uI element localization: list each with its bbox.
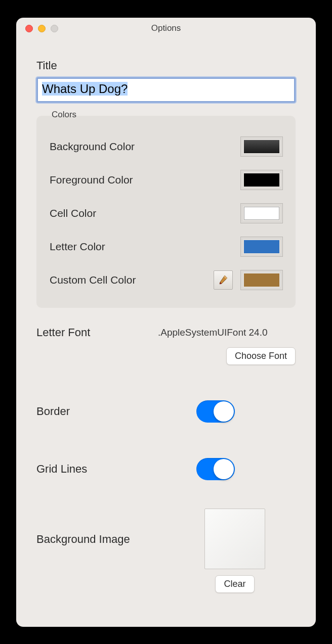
cell-color-label: Cell Color — [50, 207, 96, 219]
options-window: Options Title Whats Up Dog? Colors Backg… — [16, 18, 316, 627]
close-icon[interactable] — [25, 25, 33, 32]
custom-cell-color-label: Custom Cell Color — [50, 274, 136, 286]
border-toggle[interactable] — [196, 400, 235, 423]
border-label: Border — [36, 405, 158, 418]
toggle-knob-icon — [214, 401, 234, 422]
brush-button[interactable] — [214, 270, 233, 290]
grid-lines-row: Grid Lines — [36, 458, 296, 480]
custom-cell-color-swatch[interactable] — [241, 270, 282, 290]
colors-box: Background Color Foreground Color Cell C… — [36, 116, 296, 308]
cell-color-row: Cell Color — [50, 204, 282, 223]
cell-color-swatch[interactable] — [241, 204, 282, 223]
background-image-row: Background Image Clear — [36, 509, 296, 593]
minimize-icon[interactable] — [38, 25, 46, 32]
foreground-color-row: Foreground Color — [50, 170, 282, 190]
letter-font-label: Letter Font — [36, 326, 158, 339]
title-field-wrap: Whats Up Dog? — [36, 77, 296, 103]
choose-font-button[interactable]: Choose Font — [226, 347, 296, 365]
zoom-icon — [51, 25, 58, 32]
colors-group: Colors Background Color Foreground Color… — [36, 116, 296, 308]
letter-font-value: .AppleSystemUIFont 24.0 — [158, 327, 268, 338]
content-area: Title Whats Up Dog? Colors Background Co… — [16, 39, 316, 593]
letter-color-label: Letter Color — [50, 241, 105, 253]
letter-color-swatch[interactable] — [241, 237, 282, 256]
title-input[interactable]: Whats Up Dog? — [36, 77, 296, 103]
brush-icon — [217, 274, 229, 286]
window-title: Options — [16, 18, 316, 39]
window-controls — [25, 25, 58, 32]
colors-legend: Colors — [51, 110, 77, 120]
background-image-label: Background Image — [36, 533, 158, 546]
toggle-knob-icon — [214, 459, 234, 479]
title-label: Title — [36, 59, 296, 72]
grid-lines-label: Grid Lines — [36, 463, 158, 476]
background-color-row: Background Color — [50, 137, 282, 156]
choose-font-row: Choose Font — [36, 347, 296, 365]
clear-button[interactable]: Clear — [215, 575, 254, 593]
foreground-color-swatch[interactable] — [241, 170, 282, 190]
letter-font-row: Letter Font .AppleSystemUIFont 24.0 — [36, 326, 296, 339]
titlebar: Options — [16, 18, 316, 39]
border-row: Border — [36, 400, 296, 423]
grid-lines-toggle[interactable] — [196, 458, 235, 480]
background-color-swatch[interactable] — [241, 137, 282, 156]
foreground-color-label: Foreground Color — [50, 174, 133, 186]
title-input-text: Whats Up Dog? — [42, 82, 128, 96]
custom-cell-color-row: Custom Cell Color — [50, 270, 282, 290]
letter-color-row: Letter Color — [50, 237, 282, 256]
background-image-column: Clear — [204, 509, 265, 593]
background-image-well[interactable] — [204, 509, 265, 569]
background-color-label: Background Color — [50, 141, 135, 153]
